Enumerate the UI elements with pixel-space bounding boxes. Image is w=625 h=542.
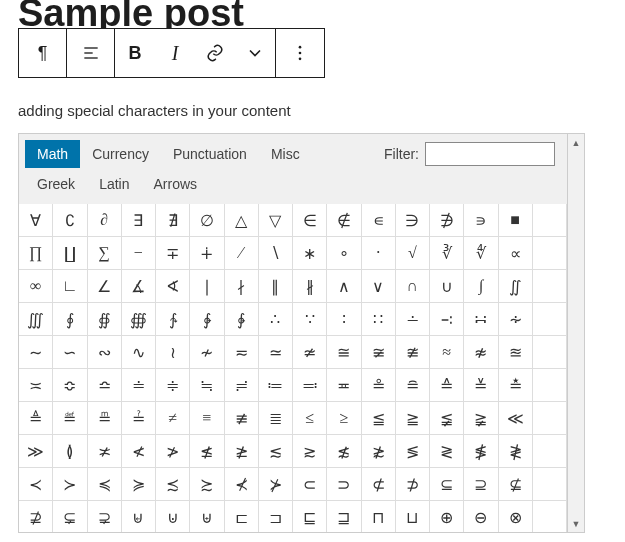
- char-cell[interactable]: ⊐: [259, 501, 293, 532]
- char-cell[interactable]: ≈: [430, 336, 464, 369]
- char-cell[interactable]: ⊃: [327, 468, 361, 501]
- char-cell[interactable]: ≏: [88, 369, 122, 402]
- char-cell[interactable]: ∢: [156, 270, 190, 303]
- char-cell[interactable]: ∻: [499, 303, 533, 336]
- char-cell[interactable]: ∀: [19, 204, 53, 237]
- char-cell[interactable]: ∬: [499, 270, 533, 303]
- char-cell[interactable]: ≖: [327, 369, 361, 402]
- char-cell[interactable]: ∃: [122, 204, 156, 237]
- char-cell[interactable]: ⊂: [293, 468, 327, 501]
- char-cell[interactable]: [533, 501, 567, 532]
- tab-currency[interactable]: Currency: [80, 140, 161, 168]
- paragraph-content[interactable]: adding special characters in your conten…: [18, 102, 625, 119]
- char-cell[interactable]: ≀: [156, 336, 190, 369]
- char-cell[interactable]: ≛: [499, 369, 533, 402]
- char-cell[interactable]: ≤: [293, 402, 327, 435]
- char-cell[interactable]: ⊌: [122, 501, 156, 532]
- char-cell[interactable]: ∓: [156, 237, 190, 270]
- char-cell[interactable]: ≙: [430, 369, 464, 402]
- bold-button[interactable]: B: [115, 29, 155, 77]
- char-cell[interactable]: ≺: [19, 468, 53, 501]
- char-cell[interactable]: [533, 336, 567, 369]
- char-cell[interactable]: ≞: [88, 402, 122, 435]
- char-cell[interactable]: ⊈: [499, 468, 533, 501]
- char-cell[interactable]: ∟: [53, 270, 87, 303]
- char-cell[interactable]: ⊁: [259, 468, 293, 501]
- char-cell[interactable]: ∭: [19, 303, 53, 336]
- char-cell[interactable]: ∜: [464, 237, 498, 270]
- char-cell[interactable]: ∅: [190, 204, 224, 237]
- char-cell[interactable]: ≐: [122, 369, 156, 402]
- char-cell[interactable]: ⊇: [464, 468, 498, 501]
- char-cell[interactable]: ∺: [464, 303, 498, 336]
- char-cell[interactable]: ⊖: [464, 501, 498, 532]
- char-cell[interactable]: ≜: [19, 402, 53, 435]
- char-cell[interactable]: ≄: [293, 336, 327, 369]
- char-cell[interactable]: ∿: [122, 336, 156, 369]
- char-cell[interactable]: ∛: [430, 237, 464, 270]
- char-cell[interactable]: ∈: [293, 204, 327, 237]
- char-cell[interactable]: ⊊: [53, 501, 87, 532]
- char-cell[interactable]: ≁: [190, 336, 224, 369]
- char-cell[interactable]: ∤: [225, 270, 259, 303]
- char-cell[interactable]: ⊎: [190, 501, 224, 532]
- char-cell[interactable]: ∲: [190, 303, 224, 336]
- char-cell[interactable]: △: [225, 204, 259, 237]
- italic-button[interactable]: I: [155, 29, 195, 77]
- char-cell[interactable]: ∡: [122, 270, 156, 303]
- char-cell[interactable]: ∱: [156, 303, 190, 336]
- char-cell[interactable]: ∋: [396, 204, 430, 237]
- char-cell[interactable]: [533, 402, 567, 435]
- char-cell[interactable]: ∦: [293, 270, 327, 303]
- char-cell[interactable]: ≟: [122, 402, 156, 435]
- char-cell[interactable]: ⊋: [88, 501, 122, 532]
- char-cell[interactable]: ≫: [19, 435, 53, 468]
- char-cell[interactable]: ∝: [499, 237, 533, 270]
- char-cell[interactable]: ∶: [327, 303, 361, 336]
- char-cell[interactable]: ≽: [122, 468, 156, 501]
- char-cell[interactable]: ≹: [499, 435, 533, 468]
- char-cell[interactable]: ∙: [362, 237, 396, 270]
- char-cell[interactable]: [533, 270, 567, 303]
- char-cell[interactable]: ∴: [259, 303, 293, 336]
- char-cell[interactable]: ∍: [464, 204, 498, 237]
- char-cell[interactable]: ≅: [327, 336, 361, 369]
- tab-latin[interactable]: Latin: [87, 170, 141, 198]
- char-cell[interactable]: ≾: [156, 468, 190, 501]
- char-cell[interactable]: ∷: [362, 303, 396, 336]
- char-cell[interactable]: ∵: [293, 303, 327, 336]
- char-cell[interactable]: ≩: [464, 402, 498, 435]
- char-cell[interactable]: ⊀: [225, 468, 259, 501]
- char-cell[interactable]: ≍: [19, 369, 53, 402]
- char-cell[interactable]: ≦: [362, 402, 396, 435]
- char-cell[interactable]: ∄: [156, 204, 190, 237]
- char-cell[interactable]: ≗: [362, 369, 396, 402]
- char-cell[interactable]: ∐: [53, 237, 87, 270]
- char-cell[interactable]: ⊏: [225, 501, 259, 532]
- char-cell[interactable]: [533, 237, 567, 270]
- char-cell[interactable]: [533, 303, 567, 336]
- char-cell[interactable]: ∪: [430, 270, 464, 303]
- char-cell[interactable]: ∹: [430, 303, 464, 336]
- char-cell[interactable]: ∫: [464, 270, 498, 303]
- char-cell[interactable]: ⊗: [499, 501, 533, 532]
- char-cell[interactable]: ⊍: [156, 501, 190, 532]
- char-cell[interactable]: ∾: [88, 336, 122, 369]
- char-cell[interactable]: ∂: [88, 204, 122, 237]
- char-cell[interactable]: [533, 204, 567, 237]
- char-cell[interactable]: ≔: [259, 369, 293, 402]
- char-cell[interactable]: ∞: [19, 270, 53, 303]
- char-cell[interactable]: ≊: [499, 336, 533, 369]
- paragraph-block-icon[interactable]: ¶: [19, 29, 67, 77]
- char-cell[interactable]: ∮: [53, 303, 87, 336]
- tab-math[interactable]: Math: [25, 140, 80, 168]
- char-cell[interactable]: ⊕: [430, 501, 464, 532]
- char-cell[interactable]: ≲: [259, 435, 293, 468]
- char-cell[interactable]: ≻: [53, 468, 87, 501]
- char-cell[interactable]: ∥: [259, 270, 293, 303]
- char-cell[interactable]: ▽: [259, 204, 293, 237]
- char-cell[interactable]: ⊄: [362, 468, 396, 501]
- panel-scrollbar[interactable]: ▲ ▼: [568, 133, 585, 533]
- char-cell[interactable]: ∗: [293, 237, 327, 270]
- char-cell[interactable]: ≂: [225, 336, 259, 369]
